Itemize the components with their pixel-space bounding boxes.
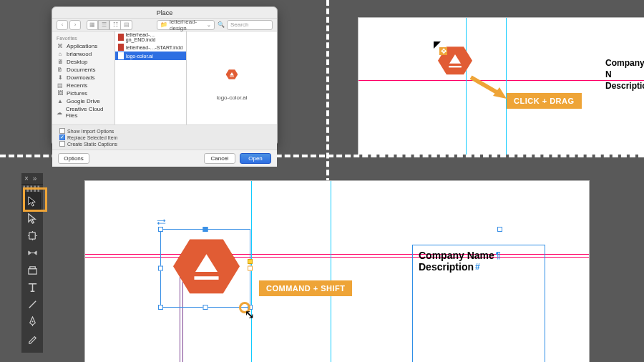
nav-back-button[interactable]: ‹ bbox=[57, 20, 68, 30]
sidebar-item-gdrive[interactable]: ▲Google Drive bbox=[52, 97, 114, 105]
guide-horizontal bbox=[358, 80, 644, 81]
resize-handle[interactable] bbox=[497, 227, 502, 232]
svg-rect-3 bbox=[29, 266, 35, 268]
pencil-tool[interactable] bbox=[24, 330, 41, 347]
dialog-options: Show Import Options ✓Replace Selected It… bbox=[52, 124, 277, 150]
top-right-canvas: ✥ CLICK + DRAG Company N Description bbox=[336, 0, 644, 155]
resize-handle[interactable] bbox=[203, 227, 208, 232]
move-icon: ✥ bbox=[439, 47, 447, 55]
command-shift-callout: COMMAND + SHIFT bbox=[259, 280, 352, 296]
search-icon: 🔍 bbox=[218, 21, 225, 28]
folder-name: letterhead-design bbox=[170, 19, 205, 31]
file-row-selected[interactable]: logo-color.ai bbox=[115, 52, 186, 60]
guide-vertical bbox=[331, 181, 331, 362]
text-frame[interactable]: Company Name¶ Description# bbox=[412, 245, 545, 362]
place-cursor: ✥ bbox=[434, 41, 448, 56]
live-corner-handle[interactable] bbox=[248, 259, 253, 264]
sidebar-item-desktop[interactable]: 🖥Desktop bbox=[52, 58, 114, 66]
content-collector-tool[interactable] bbox=[24, 261, 41, 278]
svg-point-5 bbox=[31, 321, 33, 322]
end-story-icon: # bbox=[475, 262, 480, 272]
selection-frame[interactable]: ⮂ bbox=[160, 229, 250, 308]
folder-icon: 📁 bbox=[160, 21, 167, 28]
show-import-checkbox[interactable]: Show Import Options bbox=[59, 128, 117, 134]
sidebar-item-documents[interactable]: 🗎Documents bbox=[52, 66, 114, 74]
dialog-toolbar: ‹ › ▦ ☰ ☷ ▤ 📁 letterhead-design ⌄ 🔍 Sear… bbox=[52, 19, 277, 31]
type-tool[interactable] bbox=[24, 278, 41, 295]
close-icon[interactable]: × bbox=[24, 175, 29, 182]
svg-rect-2 bbox=[28, 268, 36, 274]
link-icon: ⮂ bbox=[157, 217, 166, 228]
pilcrow-icon: ¶ bbox=[496, 250, 501, 260]
view-icon-button[interactable]: ▦ bbox=[87, 20, 98, 30]
click-drag-callout: CLICK + DRAG bbox=[507, 93, 582, 109]
logo-preview-icon bbox=[226, 69, 238, 79]
bottom-canvas: ×» ▌▌▌▌▌ ⮂ ⤡ COMMAND bbox=[0, 159, 644, 362]
company-text: Company N bbox=[605, 57, 644, 80]
line-tool[interactable] bbox=[24, 295, 41, 313]
view-gallery-button[interactable]: ▤ bbox=[121, 20, 132, 30]
resize-handle[interactable] bbox=[158, 305, 163, 310]
guide-vertical bbox=[251, 181, 252, 362]
diagonal-arrow-icon: ⤡ bbox=[245, 308, 254, 321]
sidebar-item-cc[interactable]: ☁Creative Cloud Files bbox=[52, 105, 114, 119]
replace-selected-checkbox[interactable]: ✓Replace Selected Item bbox=[59, 134, 117, 140]
resize-handle[interactable] bbox=[248, 266, 253, 271]
svg-line-4 bbox=[29, 300, 35, 307]
sidebar: Favorites ⌘Applications ⌂briarwood 🖥Desk… bbox=[52, 31, 115, 124]
resize-handle[interactable] bbox=[158, 227, 163, 232]
folder-dropdown[interactable]: 📁 letterhead-design ⌄ bbox=[157, 20, 215, 30]
sidebar-item-downloads[interactable]: ⬇Downloads bbox=[52, 74, 114, 82]
tools-panel-label: ▌▌▌▌▌ bbox=[24, 185, 42, 192]
gap-tool[interactable] bbox=[24, 244, 41, 261]
sidebar-item-briarwood[interactable]: ⌂briarwood bbox=[52, 50, 114, 58]
direct-selection-tool[interactable] bbox=[24, 210, 41, 227]
place-dialog: Place ‹ › ▦ ☰ ☷ ▤ 📁 letterhead-design ⌄ … bbox=[52, 6, 278, 146]
view-list-button[interactable]: ☰ bbox=[98, 20, 109, 30]
nav-forward-button[interactable]: › bbox=[69, 20, 81, 30]
guide-vertical bbox=[466, 18, 467, 155]
document-page[interactable] bbox=[358, 17, 644, 155]
sidebar-item-recents[interactable]: ▤Recents bbox=[52, 82, 114, 89]
resize-handle[interactable] bbox=[158, 266, 163, 271]
file-preview: logo-color.ai bbox=[187, 31, 277, 124]
sidebar-item-pictures[interactable]: 🖼Pictures bbox=[52, 89, 114, 97]
collapse-icon[interactable]: » bbox=[33, 175, 37, 182]
resize-handle[interactable] bbox=[203, 305, 208, 310]
dialog-title: Place bbox=[52, 7, 277, 19]
description-text: Description bbox=[419, 261, 474, 273]
chevron-down-icon: ⌄ bbox=[207, 22, 211, 28]
tools-panel: ×» ▌▌▌▌▌ bbox=[21, 173, 43, 353]
sidebar-item-applications[interactable]: ⌘Applications bbox=[52, 42, 114, 50]
search-input[interactable]: Search bbox=[227, 20, 273, 30]
file-row[interactable]: letterhead-…-START.indd bbox=[115, 43, 186, 52]
file-row[interactable]: letterhead-…gn_END.indd bbox=[115, 31, 186, 43]
create-captions-checkbox[interactable]: Create Static Captions bbox=[59, 141, 117, 147]
scale-cursor: ⤡ bbox=[239, 302, 258, 321]
selection-tool[interactable] bbox=[24, 192, 41, 210]
file-list: letterhead-…gn_END.indd letterhead-…-STA… bbox=[115, 31, 187, 124]
guide-vertical bbox=[506, 18, 507, 155]
sidebar-header: Favorites bbox=[52, 34, 114, 42]
page-tool[interactable] bbox=[24, 227, 41, 244]
pen-tool[interactable] bbox=[24, 313, 41, 330]
view-column-button[interactable]: ☷ bbox=[109, 20, 121, 30]
preview-filename: logo-color.ai bbox=[216, 94, 247, 101]
company-text: Company Name bbox=[419, 250, 494, 261]
description-text: Description bbox=[605, 80, 644, 92]
